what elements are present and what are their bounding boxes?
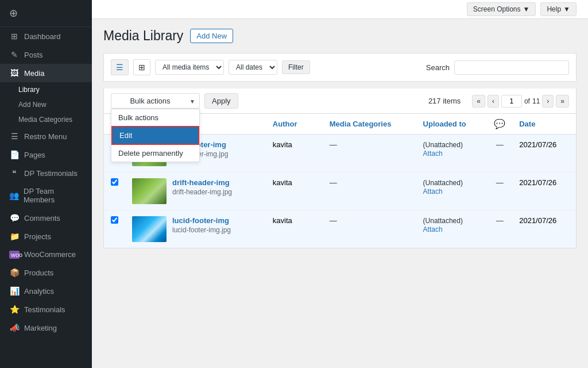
sidebar-item-products[interactable]: 📦 Products	[0, 263, 92, 282]
wp-logo-icon: ⊕	[9, 7, 18, 20]
bulk-action-bar: Bulk actions ▼ Bulk actions Edit Delete …	[103, 89, 577, 114]
table-row: lucid-footer-img lucid-footer-img.jpg ka…	[104, 210, 577, 248]
sidebar-item-marketing[interactable]: 📣 Marketing	[0, 319, 92, 337]
file-info-1: drift-header-img drift-header-img.jpg	[172, 178, 232, 196]
row-checkbox-cell	[104, 172, 126, 210]
pagination: « ‹ of 11 › »	[472, 95, 569, 108]
row-comments-1: —	[487, 172, 512, 210]
bulk-actions-dropdown[interactable]: Bulk actions	[111, 93, 200, 109]
sidebar-item-pages[interactable]: 📄 Pages	[0, 145, 92, 164]
page-of: of	[524, 97, 530, 105]
grid-view-button[interactable]: ⊞	[133, 59, 150, 75]
sidebar-label-restro-menu: Restro Menu	[24, 132, 67, 141]
attach-link-2[interactable]: Attach	[423, 225, 443, 233]
unattached-label-2: (Unattached)	[423, 217, 463, 225]
th-date[interactable]: Date	[512, 114, 576, 135]
th-uploaded-to[interactable]: Uploaded to	[416, 114, 488, 135]
apply-button[interactable]: Apply	[204, 93, 238, 109]
screen-options-label: Screen Options	[473, 5, 521, 13]
dropdown-item-edit[interactable]: Edit	[111, 126, 199, 145]
help-button[interactable]: Help ▼	[540, 2, 577, 16]
screen-options-button[interactable]: Screen Options ▼	[467, 2, 536, 16]
row-uploaded-1: (Unattached) Attach	[416, 172, 488, 210]
marketing-icon: 📣	[9, 323, 20, 332]
sidebar-item-projects[interactable]: 📁 Projects	[0, 227, 92, 246]
dp-team-icon: 👥	[9, 191, 19, 200]
help-label: Help	[547, 5, 561, 13]
sidebar-item-dashboard[interactable]: ⊞ Dashboard	[0, 27, 92, 45]
sidebar-subitem-library[interactable]: Library	[0, 82, 92, 97]
filter-button[interactable]: Filter	[282, 60, 310, 74]
row-author-2: kavita	[266, 210, 323, 248]
add-new-button[interactable]: Add New	[190, 29, 233, 43]
toolbar: ☰ ⊞ All media items All dates Filter Sea…	[103, 53, 577, 82]
th-author[interactable]: Author	[266, 114, 323, 135]
grid-view-icon: ⊞	[138, 63, 145, 72]
search-input[interactable]	[454, 60, 569, 75]
page-number-input[interactable]	[501, 95, 522, 108]
sidebar-subitem-add-new[interactable]: Add New	[0, 97, 92, 112]
bulk-dropdown-wrapper: Bulk actions ▼ Bulk actions Edit Delete …	[111, 93, 200, 109]
row-checkbox[interactable]	[111, 178, 118, 186]
sidebar-label-media: Media	[24, 69, 44, 78]
first-page-button[interactable]: «	[472, 95, 485, 108]
testimonials-icon: ⭐	[9, 305, 20, 314]
row-checkbox[interactable]	[111, 216, 118, 224]
last-page-button[interactable]: »	[556, 95, 569, 108]
sidebar-item-restro-menu[interactable]: ☰ Restro Menu	[0, 127, 92, 145]
sidebar-item-posts[interactable]: ✎ Posts	[0, 45, 92, 64]
sidebar-label-testimonials: Testimonials	[24, 305, 65, 314]
sidebar-item-dp-team-members[interactable]: 👥 DP Team Members	[0, 182, 92, 209]
page-header: Media Library Add New	[103, 28, 577, 44]
table-row: drift-header-img drift-header-img.jpg ka…	[104, 172, 577, 210]
sidebar-item-analytics[interactable]: 📊 Analytics	[0, 282, 92, 300]
dropdown-item-bulk-actions[interactable]: Bulk actions	[111, 109, 199, 126]
prev-page-button[interactable]: ‹	[488, 95, 499, 108]
thumbnail-1	[132, 178, 167, 204]
main-content: Screen Options ▼ Help ▼ Media Library Ad…	[92, 0, 588, 368]
media-icon: 🖼	[9, 68, 20, 78]
media-type-dropdown[interactable]: All media items	[155, 60, 224, 75]
list-view-button[interactable]: ☰	[111, 59, 129, 75]
products-icon: 📦	[9, 268, 20, 277]
row-categories-0: —	[323, 135, 416, 172]
media-categories-label: Media Categories	[18, 116, 72, 124]
next-page-button[interactable]: ›	[542, 95, 554, 108]
row-checkbox-cell	[104, 210, 126, 248]
row-date-0: 2021/07/26	[512, 135, 576, 172]
sidebar-subitem-media-categories[interactable]: Media Categories	[0, 112, 92, 127]
row-comments-0: —	[487, 135, 512, 172]
dashboard-icon: ⊞	[9, 32, 20, 41]
sidebar-item-media[interactable]: 🖼 Media	[0, 64, 92, 82]
sidebar-label-comments: Comments	[24, 214, 60, 223]
sidebar-logo: ⊕	[0, 0, 92, 27]
media-name-2[interactable]: lucid-footer-img	[172, 216, 231, 225]
topbar: Screen Options ▼ Help ▼	[92, 0, 588, 19]
sidebar: ⊕ ⊞ Dashboard ✎ Posts 🖼 Media Library Ad…	[0, 0, 92, 368]
dates-dropdown[interactable]: All dates	[229, 60, 277, 75]
sidebar-item-comments[interactable]: 💬 Comments	[0, 209, 92, 227]
attach-link-1[interactable]: Attach	[423, 187, 443, 195]
row-file-cell-1: drift-header-img drift-header-img.jpg	[125, 172, 266, 210]
attach-link-0[interactable]: Attach	[423, 150, 443, 158]
library-label: Library	[18, 86, 40, 94]
sidebar-label-pages: Pages	[24, 151, 45, 159]
thumbnail-2	[132, 216, 167, 242]
media-name-1[interactable]: drift-header-img	[172, 178, 232, 187]
sidebar-item-dp-testimonials[interactable]: ❝ DP Testimonials	[0, 164, 92, 182]
row-uploaded-2: (Unattached) Attach	[416, 210, 488, 248]
dropdown-item-delete-permanently[interactable]: Delete permanently	[111, 145, 199, 162]
sidebar-item-woocommerce[interactable]: woo WooCommerce	[0, 246, 92, 263]
bulk-actions-dropdown-menu: Bulk actions Edit Delete permanently	[111, 109, 200, 162]
sidebar-label-dashboard: Dashboard	[24, 32, 61, 41]
th-media-categories[interactable]: Media Categories	[323, 114, 416, 135]
woocommerce-icon: woo	[9, 251, 20, 259]
sidebar-label-marketing: Marketing	[24, 324, 57, 332]
sidebar-label-products: Products	[24, 269, 53, 277]
pages-icon: 📄	[9, 150, 20, 159]
dp-testimonials-icon: ❝	[9, 168, 20, 178]
row-comments-2: —	[487, 210, 512, 248]
sidebar-item-testimonials[interactable]: ⭐ Testimonials	[0, 300, 92, 319]
analytics-icon: 📊	[9, 286, 20, 296]
total-pages: 11	[532, 97, 540, 105]
